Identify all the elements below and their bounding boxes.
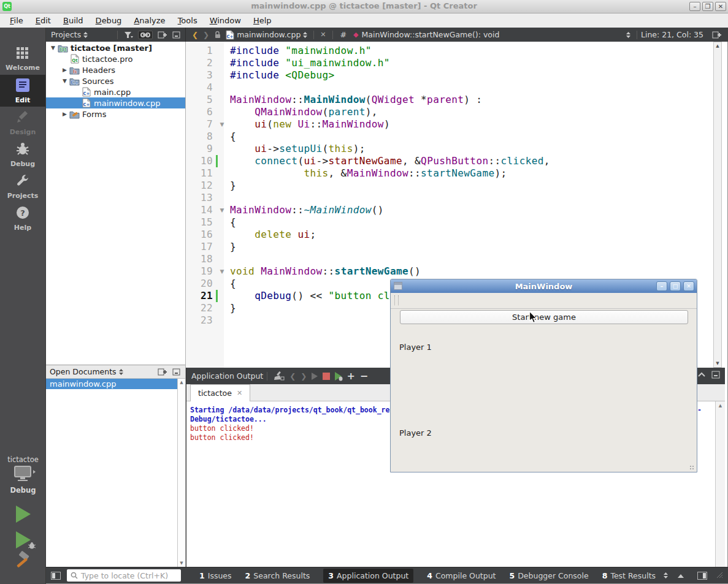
tree-item-mainwindow-cpp[interactable]: C+mainwindow.cpp [46, 97, 185, 108]
mainwindow-titlebar[interactable]: MainWindow – □ ✕ [391, 279, 697, 293]
menu-help[interactable]: Help [247, 15, 278, 26]
chevron-down-icon[interactable]: ▼ [49, 45, 57, 51]
combo-arrows-icon[interactable] [302, 31, 308, 39]
output-tab-tictactoe[interactable]: tictactoe ✕ [190, 384, 250, 401]
zoom-out-icon[interactable]: − [360, 370, 368, 382]
combo-arrows-icon[interactable] [663, 572, 669, 579]
clean-icon[interactable] [274, 371, 285, 381]
pane-button-search-results[interactable]: 2Search Results [245, 571, 310, 580]
split-icon[interactable] [158, 31, 167, 39]
edit-icon [15, 78, 30, 95]
tree-item-sources[interactable]: ▼C+Sources [46, 75, 185, 86]
editor-scrollbar[interactable]: ▲ ▼ [713, 42, 722, 368]
expand-panel-icon[interactable] [697, 371, 706, 379]
close-tab-icon[interactable]: ✕ [237, 389, 242, 397]
fold-marker-icon[interactable]: ▼ [218, 204, 226, 216]
toolbar-drag-handle[interactable] [394, 295, 399, 305]
close-panel-icon[interactable] [172, 31, 180, 39]
symbol-combo[interactable]: MainWindow::startNewGame(): void [362, 30, 500, 39]
start-new-game-button[interactable]: Start new game [400, 310, 688, 324]
back-icon[interactable]: ❮ [192, 31, 198, 39]
filter-icon[interactable] [124, 31, 133, 39]
toggle-right-sidebar-icon[interactable] [697, 572, 707, 580]
toggle-left-sidebar-icon[interactable] [51, 572, 61, 580]
run-output-icon[interactable] [312, 373, 318, 380]
mode-welcome[interactable]: Welcome [0, 43, 45, 75]
menu-edit[interactable]: Edit [29, 15, 57, 26]
mode-projects[interactable]: Projects [0, 170, 45, 202]
menu-build[interactable]: Build [57, 15, 90, 26]
zoom-in-icon[interactable]: + [347, 370, 354, 382]
projects-combo[interactable]: Projects [51, 30, 81, 39]
combo-arrows-icon[interactable] [118, 368, 124, 376]
mode-edit[interactable]: Edit [0, 75, 45, 107]
menu-analyze[interactable]: Analyze [128, 15, 171, 26]
document-combo[interactable]: mainwindow.cpp [237, 30, 301, 39]
tree-item-label: main.cpp [92, 88, 131, 97]
run-button[interactable] [0, 506, 46, 523]
open-documents-combo[interactable]: Open Documents [50, 367, 117, 376]
maximize-button[interactable]: ❐ [702, 2, 713, 11]
scroll-up-icon[interactable]: ▲ [716, 403, 725, 408]
chevron-right-icon[interactable]: ▶ [61, 111, 69, 117]
mainwindow-app[interactable]: MainWindow – □ ✕ Start new game Player 1… [390, 279, 697, 472]
scroll-up-icon[interactable]: ▲ [714, 44, 721, 48]
maximize-button[interactable]: □ [670, 281, 681, 291]
chevron-right-icon[interactable]: ▶ [61, 67, 69, 73]
svg-text:C+: C+ [83, 91, 90, 96]
tree-item-tictactoe-pro[interactable]: Qttictactoe.pro [46, 53, 185, 64]
tree-item-forms[interactable]: ▶Forms [46, 108, 185, 119]
debug-run-button[interactable] [0, 531, 46, 548]
forward-icon[interactable]: ❯ [203, 31, 209, 39]
tree-item-tictactoe-master-[interactable]: ▼Qttictactoe [master] [46, 42, 185, 53]
tree-item-main-cpp[interactable]: C+main.cpp [46, 86, 185, 97]
stop-icon[interactable] [323, 373, 330, 380]
pane-button-application-output[interactable]: 3Application Output [323, 569, 413, 583]
chevron-down-icon[interactable]: ▼ [61, 78, 69, 84]
close-button[interactable]: ✕ [683, 281, 694, 291]
scroll-down-icon[interactable]: ▼ [178, 561, 185, 566]
kit-selector[interactable] [0, 465, 46, 486]
split-editor-icon[interactable] [712, 31, 722, 39]
expand-bottom-panel-icon[interactable] [678, 571, 684, 580]
pane-button-compile-output[interactable]: 4Compile Output [427, 571, 496, 580]
mode-help[interactable]: ?Help [0, 202, 45, 234]
link-with-editor-icon[interactable] [138, 31, 153, 39]
menu-window[interactable]: Window [204, 15, 247, 26]
maximize-panel-icon[interactable] [711, 371, 720, 379]
mode-debug[interactable]: Debug [0, 138, 45, 170]
locator-input[interactable]: Type to locate (Ctrl+K) [67, 569, 181, 582]
tree-item-headers[interactable]: ▶hHeaders [46, 64, 185, 75]
fold-marker-icon[interactable]: ▼ [218, 265, 226, 278]
combo-arrows-icon[interactable] [83, 31, 88, 39]
symbols-hash-button[interactable]: # [340, 30, 347, 39]
resize-grip-icon[interactable] [716, 571, 723, 580]
minimize-button[interactable]: – [656, 281, 667, 291]
window-titlebar[interactable]: Qt mainwindow.cpp @ tictactoe [master] -… [0, 0, 728, 13]
close-document-icon[interactable]: ✕ [320, 31, 326, 39]
scroll-up-icon[interactable]: ▲ [178, 380, 185, 385]
output-scrollbar[interactable]: ▲ [715, 401, 725, 567]
combo-arrows-icon[interactable] [626, 31, 631, 39]
code-line: 9 ui->setupUi(this); [186, 143, 713, 155]
cpp-file-icon: C+ [226, 30, 234, 40]
menu-tools[interactable]: Tools [172, 15, 204, 26]
pane-button-debugger-console[interactable]: 5Debugger Console [510, 571, 589, 580]
scroll-down-icon[interactable]: ▼ [714, 361, 721, 366]
close-button[interactable]: ✕ [715, 2, 726, 11]
fold-marker-icon[interactable]: ▼ [218, 118, 226, 131]
prev-item-icon[interactable]: ❮ [289, 372, 296, 381]
menu-file[interactable]: File [4, 15, 29, 26]
close-panel-icon[interactable] [172, 368, 180, 376]
open-documents-scrollbar[interactable]: ▲ ▼ [177, 379, 185, 567]
rerun-debug-icon[interactable] [335, 372, 342, 381]
pane-button-issues[interactable]: 1Issues [199, 571, 232, 580]
minimize-button[interactable]: – [689, 2, 700, 11]
split-icon[interactable] [158, 368, 167, 376]
pane-button-test-results[interactable]: 8Test Results [602, 571, 656, 580]
next-item-icon[interactable]: ❯ [301, 372, 307, 381]
resize-grip-icon[interactable] [689, 465, 694, 470]
menu-debug[interactable]: Debug [90, 15, 128, 26]
build-button[interactable] [0, 551, 46, 574]
open-document-item[interactable]: mainwindow.cpp [46, 379, 177, 389]
